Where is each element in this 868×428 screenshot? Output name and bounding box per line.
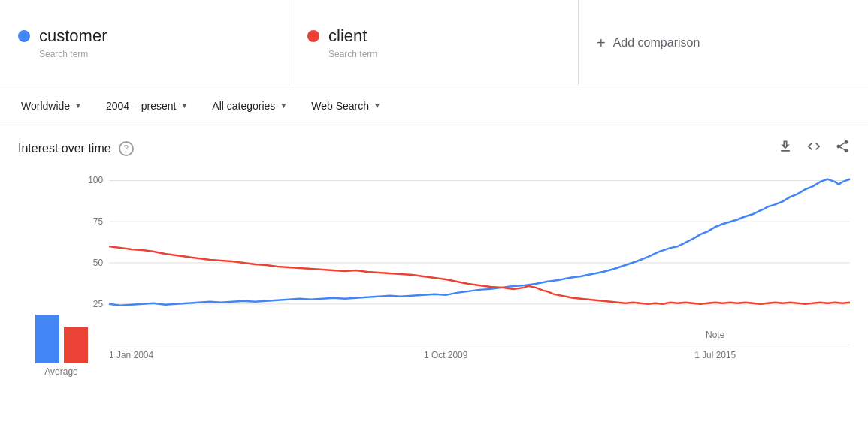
region-filter[interactable]: Worldwide ▼ (12, 95, 91, 116)
region-chevron-icon: ▼ (74, 101, 82, 110)
help-text: ? (123, 143, 129, 154)
svg-text:100: 100 (88, 175, 103, 185)
time-chevron-icon: ▼ (180, 101, 188, 110)
type-label: Web Search (311, 100, 369, 112)
chart-title: Interest over time (18, 142, 111, 155)
time-label: 2004 – present (106, 100, 176, 112)
svg-text:1 Oct 2009: 1 Oct 2009 (424, 351, 468, 361)
term-client-dot (307, 30, 319, 42)
filter-bar: Worldwide ▼ 2004 – present ▼ All categor… (0, 86, 868, 125)
type-filter[interactable]: Web Search ▼ (302, 95, 390, 116)
svg-text:1 Jul 2015: 1 Jul 2015 (694, 351, 736, 361)
help-icon[interactable]: ? (119, 141, 134, 156)
svg-text:50: 50 (93, 258, 104, 268)
type-chevron-icon: ▼ (374, 101, 381, 110)
average-bar-client (64, 327, 88, 363)
chart-container: Average 100 75 50 25 1 Jan 2004 1 Oct 20… (0, 165, 868, 398)
trend-chart: 100 75 50 25 1 Jan 2004 1 Oct 2009 1 Jul… (109, 165, 850, 368)
svg-text:25: 25 (93, 299, 104, 309)
customer-line (109, 179, 850, 305)
average-section: Average (18, 315, 104, 377)
terms-bar: customer Search term client Search term … (0, 0, 868, 86)
time-filter[interactable]: 2004 – present ▼ (97, 95, 197, 116)
share-icon[interactable] (835, 139, 850, 158)
term-client-label: client (328, 26, 367, 46)
average-bar-customer (35, 315, 59, 363)
svg-text:75: 75 (93, 216, 104, 227)
chart-title-row: Interest over time ? (18, 141, 134, 156)
term-customer-type: Search term (39, 49, 271, 59)
chart-actions (778, 139, 850, 158)
add-comparison-label: Add comparison (613, 36, 700, 50)
term-customer-label: customer (39, 26, 107, 46)
term-customer-dot (18, 30, 30, 42)
term-client-type: Search term (328, 49, 560, 59)
client-line (109, 246, 850, 304)
category-filter[interactable]: All categories ▼ (203, 95, 296, 116)
svg-text:1 Jan 2004: 1 Jan 2004 (109, 351, 153, 361)
embed-icon[interactable] (806, 139, 821, 158)
average-label: Average (18, 366, 104, 377)
category-chevron-icon: ▼ (280, 101, 287, 110)
term-client[interactable]: client Search term (289, 0, 579, 86)
svg-text:Note: Note (706, 330, 725, 340)
chart-section: Interest over time ? Average (0, 125, 868, 428)
plus-icon: + (597, 35, 606, 52)
download-icon[interactable] (778, 139, 793, 158)
add-comparison-button[interactable]: + Add comparison (579, 0, 868, 86)
chart-header: Interest over time ? (0, 125, 868, 165)
term-customer[interactable]: customer Search term (0, 0, 289, 86)
category-label: All categories (212, 100, 275, 112)
region-label: Worldwide (21, 100, 70, 112)
